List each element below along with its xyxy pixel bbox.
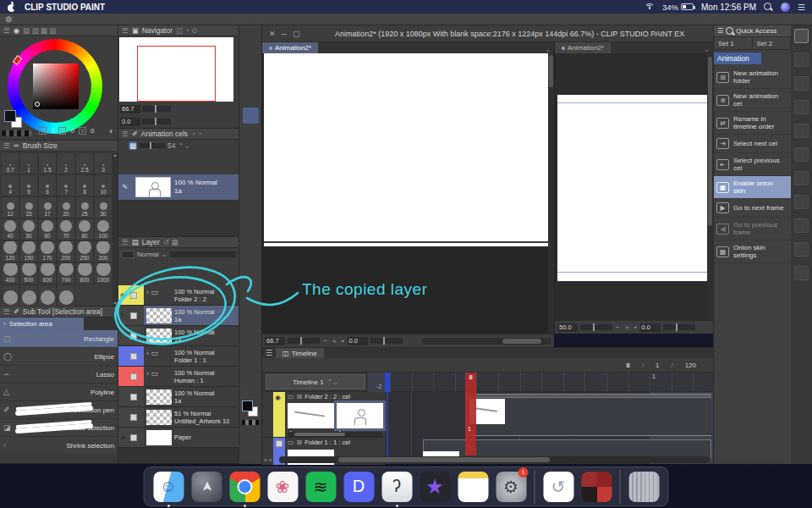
layer-gutter[interactable]: ◉ (118, 428, 144, 447)
maximize-icon[interactable]: ▢ (293, 30, 300, 38)
brush-size-cell[interactable]: 1 (19, 152, 38, 174)
material-camera[interactable] (794, 242, 809, 257)
canvas-horizontal-scrollbar[interactable] (422, 338, 551, 345)
layer-gutter[interactable] (118, 367, 144, 386)
canvas-page[interactable] (264, 53, 548, 246)
material-primitive[interactable] (794, 218, 809, 233)
quick-access-item[interactable]: ⊕ New animation cel (714, 89, 791, 112)
cel-thumb-1a[interactable]: 1a (337, 403, 383, 428)
object-tool[interactable] (243, 75, 259, 91)
end-frame[interactable]: 120 (685, 362, 696, 369)
current-brush-icon[interactable] (243, 27, 259, 43)
layer-color-combo[interactable] (121, 251, 134, 258)
search-materials[interactable] (794, 29, 809, 43)
brush-size-cell[interactable]: 800 (75, 262, 94, 284)
second-view-scrollbar[interactable] (707, 53, 713, 320)
navigator-rotate-slider[interactable] (142, 119, 171, 124)
start-frame[interactable]: 1 (656, 362, 659, 369)
quick-access-item[interactable]: ⇥ Select next cel (714, 135, 791, 153)
frame-ruler-label[interactable] (520, 373, 542, 392)
visibility-eye-icon[interactable]: ◉ (120, 291, 129, 299)
layer-checkbox[interactable] (130, 312, 137, 319)
brush-size-cell[interactable] (38, 284, 57, 306)
spotlight-icon[interactable] (764, 3, 773, 12)
discord[interactable]: D (343, 470, 375, 504)
decoration-tool[interactable] (243, 220, 259, 236)
opacity-stepper[interactable]: ⌃⌄ (178, 141, 190, 150)
panel-menu-icon[interactable]: ☰ (122, 238, 129, 246)
brush-size-cell[interactable]: 170 (38, 240, 57, 262)
color-slider-tab-icon[interactable]: ▤ ▥ ▦ ▧ (23, 26, 56, 35)
zoom-in-button[interactable]: ＋ (330, 337, 338, 345)
subtool-group-tab[interactable]: ▫Selection area (0, 318, 84, 330)
brush-size-cell[interactable]: 500 (19, 262, 38, 284)
brush-size-cell[interactable]: 2.5 (75, 152, 94, 174)
brush-size-scrollbar[interactable]: ▲▼ (112, 152, 118, 306)
frame-ruler-label[interactable] (693, 373, 713, 392)
quick-access-set-tab[interactable]: Set 1 (714, 37, 753, 49)
layer-thumbnail[interactable] (146, 308, 172, 323)
material-download[interactable] (794, 52, 809, 67)
subtool-item[interactable]: ∽ Lasso (0, 366, 118, 384)
brush-tool[interactable] (243, 188, 259, 204)
tab-overflow-caret[interactable]: ⌄ (700, 46, 713, 53)
zoom-slider[interactable] (580, 324, 612, 330)
panel-menu-icon[interactable]: ☰ (122, 26, 129, 35)
tab-overflow-caret[interactable]: ⌄ (541, 46, 554, 53)
brush-size-cell[interactable]: 100 (94, 218, 112, 240)
brush-size-cell[interactable]: 5 (19, 174, 38, 196)
canvas-vertical-scrollbar[interactable] (548, 53, 554, 334)
layer-row[interactable]: 51 % NormalUntitled_Artwork 10 (118, 407, 239, 428)
pencil-tool[interactable] (243, 172, 259, 188)
subview-tab-icon[interactable]: ◫ ◔ ⊙ (176, 26, 197, 35)
quick-access-item[interactable]: ◀ Go to previous frame (714, 218, 791, 240)
layer-thumbnail[interactable] (146, 389, 172, 405)
correct-line-tool[interactable] (243, 333, 259, 349)
battery-indicator[interactable]: 34% (662, 3, 694, 12)
frame-ruler-label[interactable] (584, 373, 606, 392)
clip-studio[interactable]: ↺ (543, 470, 574, 504)
layer-extra-tabs[interactable]: ↺ ▦ (163, 238, 178, 246)
cel-thumbnail[interactable] (135, 177, 171, 197)
navigator-rotate-value[interactable]: 0.0 (120, 118, 140, 126)
layer-checkbox[interactable] (130, 333, 137, 340)
frame-ruler-label[interactable] (390, 373, 412, 392)
navigator-zoom-slider[interactable] (142, 106, 171, 112)
subtool-item[interactable]: ▢ Rectangle (0, 330, 118, 348)
brush-size-cell[interactable]: 250 (75, 240, 94, 262)
current-frame[interactable]: 8 (626, 362, 629, 369)
brush-size-cell[interactable]: 70 (57, 218, 75, 240)
quick-access-item[interactable]: ▶ Go to next frame (714, 199, 791, 218)
quick-access-section-label[interactable]: Animation (714, 52, 761, 64)
quick-access-set-tab[interactable]: Set 2 (753, 37, 792, 49)
dock-item[interactable] (620, 470, 621, 504)
subtool-item[interactable]: ◦ Shrink selection (0, 437, 118, 455)
other-tab-icons[interactable]: ◔ ◔ (191, 130, 202, 138)
brush-size-cell[interactable]: 20 (57, 196, 75, 218)
frame-ruler-label[interactable] (433, 373, 455, 392)
panel-menu-icon[interactable]: ☰ (3, 26, 10, 35)
airbrush-tool[interactable] (243, 204, 259, 220)
photos[interactable]: ❀ (267, 470, 299, 504)
brush-size-cell[interactable] (19, 284, 38, 306)
layer-gutter[interactable] (118, 387, 144, 406)
timeline-horizontal-scrollbar[interactable] (279, 456, 710, 463)
layer-thumbnail[interactable] (146, 349, 172, 364)
brush-size-cell[interactable]: 7 (57, 174, 75, 196)
layer-checkbox[interactable] (130, 394, 137, 400)
frame-ruler-label[interactable] (628, 373, 650, 392)
brush-size-cell[interactable]: 150 (19, 240, 38, 262)
fit-button[interactable]: ▪ (634, 323, 638, 331)
navigator-view-rect[interactable] (137, 46, 216, 102)
timeline-gutter-icons[interactable]: « » (264, 457, 272, 463)
material-image[interactable] (794, 147, 809, 162)
frame-ruler-label[interactable] (455, 373, 477, 392)
spotify[interactable]: ≋ (305, 470, 337, 504)
main-color-swatch[interactable] (4, 110, 16, 122)
brush-size-cell[interactable]: 400 (1, 262, 19, 284)
layer-row[interactable]: 100 % NormalHuman : 1 (118, 367, 239, 387)
fit-button[interactable]: ▪ (341, 337, 345, 345)
zoom-value[interactable]: 66.7 (265, 337, 285, 345)
frame-border-tool[interactable] (243, 317, 259, 333)
color-mode-button[interactable]: ◐ (109, 126, 114, 135)
